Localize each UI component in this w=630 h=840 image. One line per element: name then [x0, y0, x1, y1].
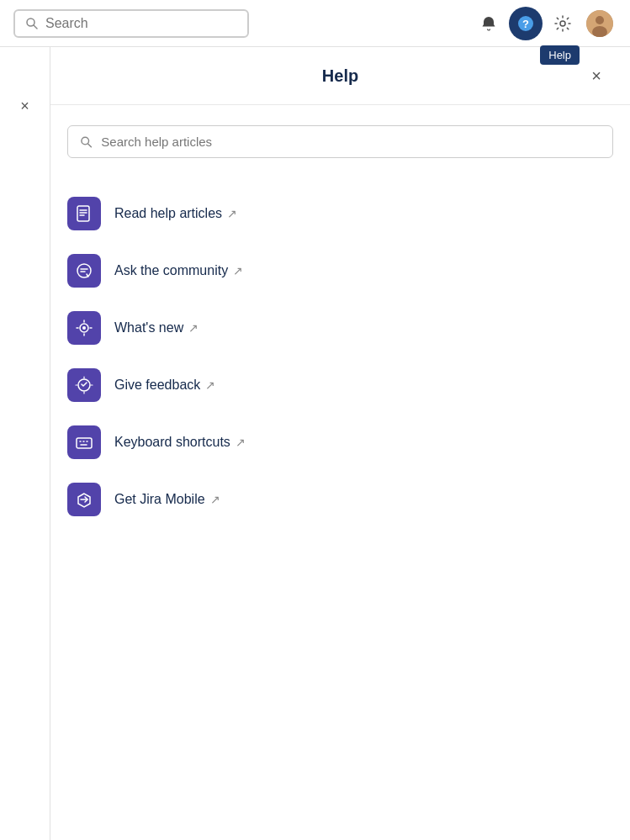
help-menu-list: Read help articles ↗ Ask the comm [67, 185, 613, 528]
svg-point-16 [82, 326, 86, 330]
topbar-icons: ? Help [472, 7, 617, 40]
external-link-icon: ↗ [227, 207, 237, 220]
shortcuts-label: Keyboard shortcuts ↗ [114, 435, 246, 450]
sidebar: × [0, 47, 50, 840]
external-link-icon-4: ↗ [205, 378, 215, 392]
gear-icon [554, 15, 571, 32]
community-icon [75, 262, 93, 280]
help-search-bar[interactable] [67, 125, 613, 158]
help-button[interactable]: ? [509, 7, 543, 40]
help-panel-body: Read help articles ↗ Ask the comm [50, 105, 630, 548]
help-menu-item-read-help[interactable]: Read help articles ↗ [67, 185, 613, 242]
notifications-button[interactable] [472, 7, 506, 40]
feedback-icon-box [67, 368, 101, 402]
community-icon-box [67, 254, 101, 288]
mobile-icon [75, 490, 93, 509]
topbar: ? Help [0, 0, 630, 47]
help-menu-item-whats-new[interactable]: What's new ↗ [67, 299, 613, 357]
search-input[interactable] [45, 16, 237, 31]
settings-button[interactable] [546, 7, 580, 40]
keyboard-icon [75, 433, 93, 452]
help-search-input[interactable] [101, 135, 601, 149]
external-link-icon-2: ↗ [233, 264, 243, 277]
svg-point-4 [560, 21, 565, 26]
avatar-button[interactable] [583, 7, 617, 40]
mobile-label: Get Jira Mobile ↗ [114, 492, 220, 507]
help-panel: Help × [50, 47, 630, 840]
feedback-label: Give feedback ↗ [114, 378, 215, 393]
svg-point-14 [77, 264, 91, 277]
search-icon [25, 17, 39, 30]
svg-marker-26 [78, 494, 90, 507]
close-icon: × [591, 66, 601, 86]
external-link-icon-6: ↗ [210, 493, 220, 506]
whats-new-label: What's new ↗ [114, 320, 199, 335]
help-panel-close-button[interactable]: × [583, 62, 610, 89]
svg-line-1 [34, 25, 37, 29]
external-link-icon-5: ↗ [236, 436, 246, 449]
mobile-icon-box [67, 483, 101, 516]
svg-text:?: ? [522, 18, 529, 30]
help-menu-item-mobile[interactable]: Get Jira Mobile ↗ [67, 471, 613, 528]
main-layout: × Help × [0, 47, 630, 840]
main-search-bar[interactable] [13, 9, 249, 38]
svg-rect-10 [77, 206, 89, 221]
sidebar-close-button[interactable]: × [20, 98, 29, 115]
help-search-icon [80, 135, 93, 149]
question-icon: ? [517, 15, 534, 32]
help-tooltip: Help [540, 45, 580, 65]
svg-line-9 [88, 143, 92, 146]
svg-rect-21 [77, 438, 92, 448]
help-menu-item-feedback[interactable]: Give feedback ↗ [67, 357, 613, 414]
avatar [586, 10, 613, 37]
help-menu-item-shortcuts[interactable]: Keyboard shortcuts ↗ [67, 414, 613, 471]
svg-point-6 [596, 16, 604, 24]
external-link-icon-3: ↗ [188, 321, 199, 335]
whats-new-icon [75, 319, 93, 337]
bell-icon [480, 15, 497, 32]
community-label: Ask the community ↗ [114, 263, 243, 278]
read-help-icon-box [67, 197, 101, 230]
help-panel-title: Help [98, 66, 583, 86]
read-help-label: Read help articles ↗ [114, 206, 237, 221]
whats-new-icon-box [67, 311, 101, 345]
help-menu-item-community[interactable]: Ask the community ↗ [67, 242, 613, 299]
feedback-icon [75, 376, 93, 394]
read-help-icon [75, 204, 93, 223]
shortcuts-icon-box [67, 425, 101, 459]
